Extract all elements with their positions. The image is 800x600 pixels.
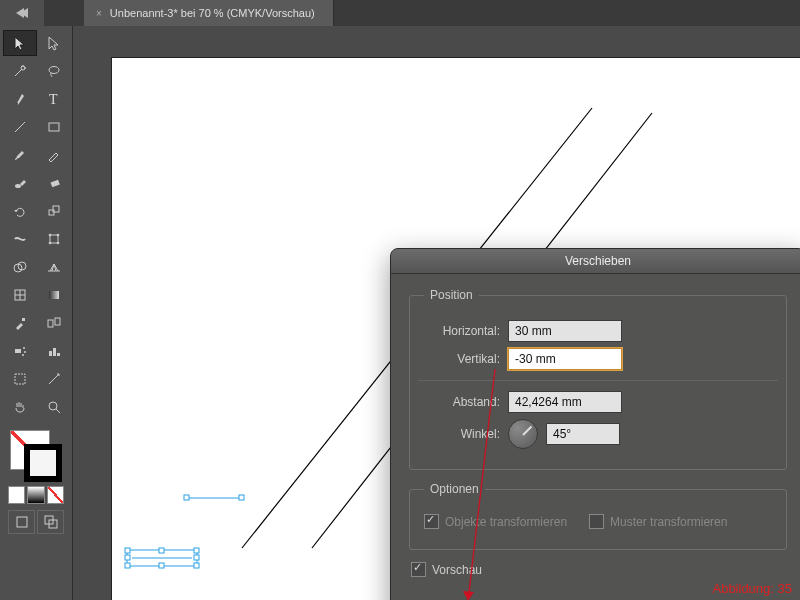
svg-rect-54 bbox=[194, 555, 199, 560]
label-objekte-transformieren: Objekte transformieren bbox=[445, 515, 567, 529]
svg-rect-51 bbox=[159, 563, 164, 568]
svg-rect-43 bbox=[184, 495, 189, 500]
selected-object[interactable] bbox=[125, 548, 199, 568]
draw-normal-icon[interactable] bbox=[8, 510, 35, 534]
svg-rect-31 bbox=[49, 351, 52, 356]
svg-rect-34 bbox=[15, 374, 25, 384]
tool-rotate[interactable] bbox=[3, 198, 37, 224]
gradient-swatch-icon[interactable] bbox=[27, 486, 44, 504]
svg-point-19 bbox=[57, 242, 60, 245]
label-vertikal: Vertikal: bbox=[424, 352, 500, 366]
tool-selection[interactable] bbox=[3, 30, 37, 56]
checkbox-vorschau[interactable] bbox=[411, 562, 426, 577]
label-vorschau: Vorschau bbox=[432, 563, 482, 577]
tool-pencil[interactable] bbox=[37, 142, 71, 168]
options-group: Optionen Objekte transformieren Muster t… bbox=[409, 482, 787, 550]
tool-zoom[interactable] bbox=[37, 394, 71, 420]
tool-magic-wand[interactable] bbox=[3, 58, 37, 84]
tool-scale[interactable] bbox=[37, 198, 71, 224]
svg-marker-12 bbox=[14, 210, 18, 212]
svg-rect-53 bbox=[125, 555, 130, 560]
tool-eraser[interactable] bbox=[37, 170, 71, 196]
document-tab[interactable]: × Unbenannt-3* bei 70 % (CMYK/Vorschau) bbox=[84, 0, 334, 26]
tool-shape-builder[interactable] bbox=[3, 254, 37, 280]
svg-rect-24 bbox=[22, 318, 25, 321]
tool-free-transform[interactable] bbox=[37, 226, 71, 252]
svg-rect-23 bbox=[49, 291, 59, 299]
tool-perspective-grid[interactable] bbox=[37, 254, 71, 280]
checkbox-objekte-transformieren[interactable] bbox=[424, 514, 439, 529]
tool-line-segment[interactable] bbox=[3, 114, 37, 140]
svg-rect-32 bbox=[53, 348, 56, 356]
svg-rect-25 bbox=[48, 320, 53, 327]
svg-rect-49 bbox=[194, 548, 199, 553]
fill-stroke-proxy[interactable] bbox=[10, 430, 62, 482]
svg-rect-37 bbox=[17, 517, 27, 527]
label-muster-transformieren: Muster transformieren bbox=[610, 515, 727, 529]
input-vertikal[interactable] bbox=[508, 348, 622, 370]
tool-mesh[interactable] bbox=[3, 282, 37, 308]
tool-lasso[interactable] bbox=[37, 58, 71, 84]
tools-panel: T bbox=[0, 26, 73, 600]
tool-gradient[interactable] bbox=[37, 282, 71, 308]
svg-line-8 bbox=[15, 122, 25, 132]
figure-caption: Abbildung: 35 bbox=[712, 581, 792, 596]
svg-rect-9 bbox=[49, 123, 59, 131]
label-winkel: Winkel: bbox=[424, 427, 500, 441]
label-horizontal: Horizontal: bbox=[424, 324, 500, 338]
dialog-title: Verschieben bbox=[391, 249, 800, 274]
svg-point-29 bbox=[24, 351, 26, 353]
none-swatch[interactable] bbox=[47, 486, 64, 504]
svg-rect-11 bbox=[51, 180, 60, 187]
svg-point-16 bbox=[49, 234, 52, 237]
tool-blob-brush[interactable] bbox=[3, 170, 37, 196]
tool-type[interactable]: T bbox=[37, 86, 71, 112]
svg-rect-52 bbox=[194, 563, 199, 568]
document-tab-title: Unbenannt-3* bei 70 % (CMYK/Vorschau) bbox=[110, 7, 315, 19]
tool-column-graph[interactable] bbox=[37, 338, 71, 364]
input-winkel[interactable] bbox=[546, 423, 620, 445]
svg-point-18 bbox=[49, 242, 52, 245]
position-legend: Position bbox=[424, 288, 479, 302]
tool-symbol-sprayer[interactable] bbox=[3, 338, 37, 364]
svg-rect-44 bbox=[239, 495, 244, 500]
tool-hand[interactable] bbox=[3, 394, 37, 420]
tool-paintbrush[interactable] bbox=[3, 142, 37, 168]
tool-rectangle[interactable] bbox=[37, 114, 71, 140]
stroke-swatch[interactable] bbox=[24, 444, 62, 482]
svg-point-6 bbox=[16, 103, 18, 105]
svg-rect-15 bbox=[50, 235, 58, 243]
svg-line-36 bbox=[56, 409, 60, 413]
svg-text:T: T bbox=[49, 92, 58, 107]
svg-rect-48 bbox=[159, 548, 164, 553]
svg-rect-26 bbox=[55, 318, 60, 325]
options-legend: Optionen bbox=[424, 482, 485, 496]
position-group: Position Horizontal: Vertikal: Abstand: … bbox=[409, 288, 787, 470]
color-mode-swatches bbox=[8, 486, 64, 504]
draw-behind-icon[interactable] bbox=[37, 510, 64, 534]
checkbox-muster-transformieren[interactable] bbox=[589, 514, 604, 529]
tool-blend[interactable] bbox=[37, 310, 71, 336]
svg-point-35 bbox=[49, 402, 57, 410]
svg-marker-3 bbox=[49, 37, 58, 50]
svg-point-30 bbox=[22, 354, 24, 356]
angle-dial[interactable] bbox=[508, 419, 538, 449]
move-dialog: Verschieben Position Horizontal: Vertika… bbox=[390, 248, 800, 600]
canvas-area: Verschieben Position Horizontal: Vertika… bbox=[84, 26, 800, 600]
tool-width[interactable] bbox=[3, 226, 37, 252]
tool-slice[interactable] bbox=[37, 366, 71, 392]
tool-artboard[interactable] bbox=[3, 366, 37, 392]
tool-eyedropper[interactable] bbox=[3, 310, 37, 336]
close-icon[interactable]: × bbox=[96, 8, 102, 19]
input-horizontal[interactable] bbox=[508, 320, 622, 342]
panel-collapse-button[interactable] bbox=[0, 0, 44, 26]
svg-rect-47 bbox=[125, 548, 130, 553]
tool-direct-selection[interactable] bbox=[37, 30, 71, 56]
tool-pen[interactable] bbox=[3, 86, 37, 112]
svg-point-10 bbox=[15, 184, 21, 188]
document-tab-bar: × Unbenannt-3* bei 70 % (CMYK/Vorschau) bbox=[0, 0, 800, 26]
svg-point-17 bbox=[57, 234, 60, 237]
input-abstand[interactable] bbox=[508, 391, 622, 413]
color-swatch[interactable] bbox=[8, 486, 25, 504]
svg-point-28 bbox=[23, 347, 25, 349]
